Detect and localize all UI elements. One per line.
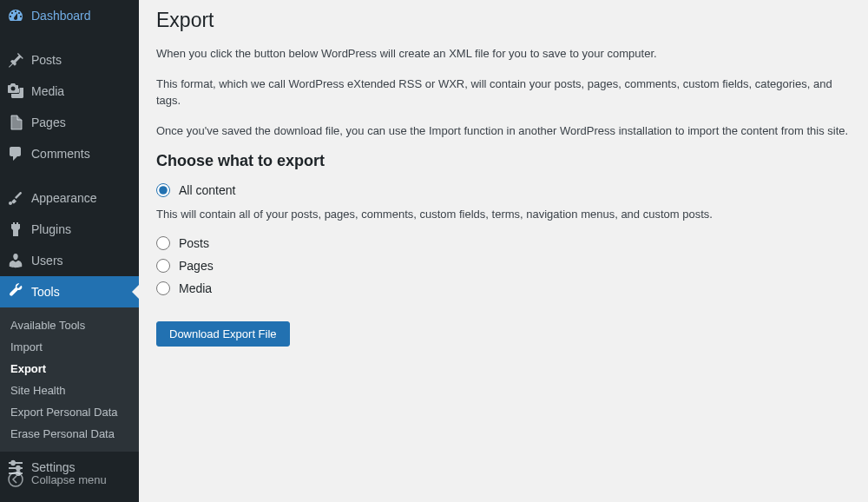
sidebar-item-label: Users bbox=[31, 254, 63, 268]
sidebar-item-label: Dashboard bbox=[31, 9, 91, 23]
option-pages-row: Pages bbox=[156, 259, 851, 273]
page-icon bbox=[7, 114, 24, 131]
intro-paragraph-3: Once you've saved the download file, you… bbox=[156, 122, 851, 140]
comment-icon bbox=[7, 145, 24, 162]
sidebar-item-plugins[interactable]: Plugins bbox=[0, 214, 139, 245]
sidebar-item-posts[interactable]: Posts bbox=[0, 44, 139, 76]
wrench-icon bbox=[7, 283, 24, 301]
sidebar-item-media[interactable]: Media bbox=[0, 76, 139, 107]
sidebar-item-label: Posts bbox=[31, 53, 62, 67]
sidebar-item-pages[interactable]: Pages bbox=[0, 107, 139, 138]
option-media-row: Media bbox=[156, 281, 851, 295]
submenu-item-export[interactable]: Export bbox=[0, 358, 139, 380]
sidebar-item-label: Tools bbox=[31, 285, 60, 299]
svg-point-0 bbox=[9, 472, 23, 486]
all-content-description: This will contain all of your posts, pag… bbox=[156, 206, 851, 223]
collapse-icon bbox=[7, 471, 24, 488]
label-all-content[interactable]: All content bbox=[179, 183, 235, 197]
radio-pages[interactable] bbox=[156, 259, 170, 273]
brush-icon bbox=[7, 189, 24, 207]
radio-all-content[interactable] bbox=[156, 183, 170, 197]
submenu-item-import[interactable]: Import bbox=[0, 336, 139, 358]
intro-paragraph-2: This format, which we call WordPress eXt… bbox=[156, 76, 851, 109]
pin-icon bbox=[7, 51, 24, 69]
collapse-menu[interactable]: Collapse menu bbox=[0, 464, 139, 495]
sidebar-item-label: Comments bbox=[31, 147, 90, 161]
sidebar-item-tools[interactable]: Tools bbox=[0, 276, 139, 307]
user-icon bbox=[7, 252, 24, 269]
sidebar-item-dashboard[interactable]: Dashboard bbox=[0, 0, 139, 31]
sidebar-item-label: Pages bbox=[31, 116, 66, 129]
label-posts[interactable]: Posts bbox=[179, 236, 209, 250]
collapse-label: Collapse menu bbox=[31, 473, 107, 486]
submenu-item-available-tools[interactable]: Available Tools bbox=[0, 314, 139, 336]
option-all-content-row: All content bbox=[156, 183, 851, 197]
label-media[interactable]: Media bbox=[179, 281, 212, 295]
admin-sidebar: Dashboard Posts Media Pages Comments App… bbox=[0, 0, 139, 502]
sidebar-item-label: Plugins bbox=[31, 222, 71, 236]
dashboard-icon bbox=[7, 7, 24, 24]
sidebar-item-appearance[interactable]: Appearance bbox=[0, 182, 139, 214]
sidebar-item-users[interactable]: Users bbox=[0, 245, 139, 276]
choose-heading: Choose what to export bbox=[156, 152, 851, 170]
plugin-icon bbox=[7, 221, 24, 238]
sidebar-item-comments[interactable]: Comments bbox=[0, 138, 139, 169]
media-icon bbox=[7, 83, 24, 100]
sidebar-item-label: Appearance bbox=[31, 191, 97, 205]
radio-posts[interactable] bbox=[156, 236, 170, 250]
intro-paragraph-1: When you click the button below WordPres… bbox=[156, 45, 851, 63]
page-title: Export bbox=[156, 9, 851, 32]
submenu-item-export-personal-data[interactable]: Export Personal Data bbox=[0, 401, 139, 423]
radio-media[interactable] bbox=[156, 281, 170, 295]
main-content: Export When you click the button below W… bbox=[139, 0, 868, 502]
option-posts-row: Posts bbox=[156, 236, 851, 250]
submenu-item-erase-personal-data[interactable]: Erase Personal Data bbox=[0, 423, 139, 445]
label-pages[interactable]: Pages bbox=[179, 259, 214, 273]
sidebar-item-label: Media bbox=[31, 84, 64, 98]
download-export-button[interactable]: Download Export File bbox=[156, 321, 290, 347]
submenu-item-site-health[interactable]: Site Health bbox=[0, 380, 139, 401]
tools-submenu: Available Tools Import Export Site Healt… bbox=[0, 307, 139, 452]
